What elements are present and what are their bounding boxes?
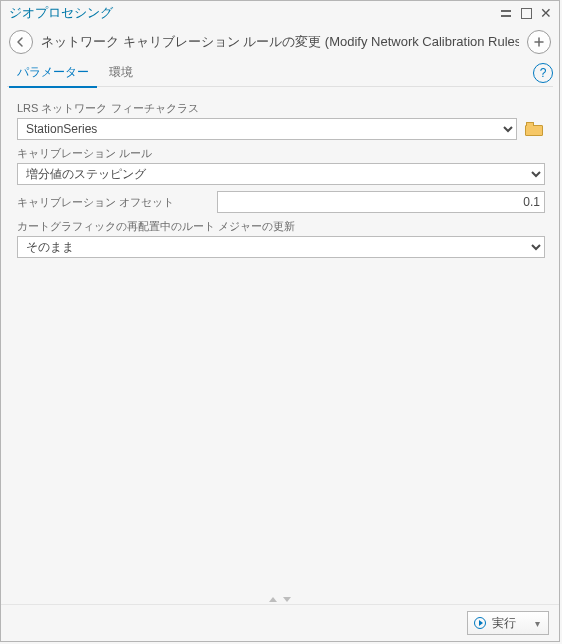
run-dropdown-caret-icon[interactable]: ▾: [535, 618, 540, 629]
pane-title: ジオプロセシング: [9, 4, 495, 22]
tab-bar: パラメーター 環境 ?: [1, 59, 559, 87]
calibration-rule-select[interactable]: 増分値のステッピング: [17, 163, 545, 185]
plus-icon: [533, 36, 545, 48]
lrs-network-select[interactable]: StationSeries: [17, 118, 517, 140]
run-button[interactable]: 実行 ▾: [467, 611, 549, 635]
maximize-icon: [521, 8, 532, 19]
run-icon: [474, 617, 486, 629]
close-button[interactable]: ✕: [537, 4, 555, 22]
calibration-offset-input[interactable]: [217, 191, 545, 213]
run-button-label: 実行: [492, 615, 516, 632]
autohide-icon: [501, 10, 511, 17]
tool-header: ネットワーク キャリブレーション ルールの変更 (Modify Network …: [1, 25, 559, 59]
calibration-offset-label: キャリブレーション オフセット: [17, 195, 207, 210]
browse-lrs-button[interactable]: [523, 118, 545, 140]
lrs-network-label: LRS ネットワーク フィーチャクラス: [17, 101, 545, 116]
run-button-split-divider: [528, 613, 529, 633]
footer: 実行 ▾: [1, 604, 559, 641]
tab-parameters[interactable]: パラメーター: [7, 60, 99, 87]
maximize-button[interactable]: [517, 4, 535, 22]
autohide-button[interactable]: [497, 4, 515, 22]
carto-realign-select[interactable]: そのまま: [17, 236, 545, 258]
titlebar: ジオプロセシング ✕: [1, 1, 559, 25]
tab-environment[interactable]: 環境: [99, 60, 143, 87]
parameters-area: LRS ネットワーク フィーチャクラス StationSeries キャリブレー…: [1, 87, 559, 595]
resize-grip-icon: [269, 597, 291, 602]
geoprocessing-pane: ジオプロセシング ✕ ネットワーク キャリブレーション ルールの変更 (Modi…: [0, 0, 560, 642]
carto-realign-label: カートグラフィックの再配置中のルート メジャーの更新: [17, 219, 545, 234]
add-to-model-button[interactable]: [527, 30, 551, 54]
resize-grip[interactable]: [1, 595, 559, 604]
calibration-rule-label: キャリブレーション ルール: [17, 146, 545, 161]
folder-icon: [525, 122, 543, 136]
tool-title: ネットワーク キャリブレーション ルールの変更 (Modify Network …: [41, 33, 519, 51]
back-button[interactable]: [9, 30, 33, 54]
back-arrow-icon: [15, 36, 27, 48]
help-button[interactable]: ?: [533, 63, 553, 83]
